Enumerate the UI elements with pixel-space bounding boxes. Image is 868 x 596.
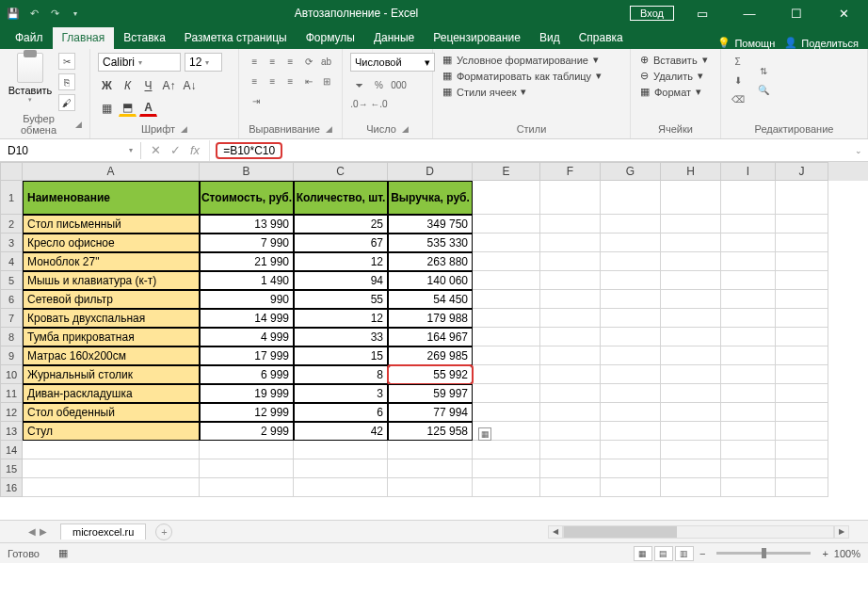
col-header-E[interactable]: E <box>473 162 540 181</box>
font-color-button[interactable]: А <box>139 99 157 117</box>
cell-revenue[interactable]: 77 994 <box>388 403 473 422</box>
qat-dropdown-icon[interactable]: ▾ <box>68 6 83 21</box>
row-header-8[interactable]: 8 <box>0 328 23 346</box>
cell-blank[interactable] <box>661 271 721 290</box>
row-header-6[interactable]: 6 <box>0 290 23 309</box>
cell-blank[interactable] <box>473 478 540 497</box>
decrease-decimal-button[interactable]: ←.0 <box>370 95 388 112</box>
enter-formula-icon[interactable]: ✓ <box>170 143 181 157</box>
save-icon[interactable]: 💾 <box>6 6 21 21</box>
cell-blank[interactable] <box>661 215 721 234</box>
cell-name[interactable]: Стол письменный <box>23 215 200 234</box>
cell-blank[interactable] <box>661 459 721 478</box>
cell-blank[interactable] <box>540 459 601 478</box>
cell-blank[interactable] <box>661 252 721 271</box>
tab-layout[interactable]: Разметка страницы <box>175 27 297 49</box>
header-revenue[interactable]: Выручка, руб. <box>388 181 473 215</box>
cell-blank[interactable] <box>776 290 828 309</box>
undo-icon[interactable]: ↶ <box>26 6 41 21</box>
alignment-launcher-icon[interactable]: ◢ <box>326 124 332 134</box>
cell-name[interactable]: Мышь и клавиатура (к-т) <box>23 271 200 290</box>
comma-button[interactable]: 000 <box>390 76 408 93</box>
cell-blank[interactable] <box>473 290 540 309</box>
cell-blank[interactable] <box>473 252 540 271</box>
cell-blank[interactable] <box>294 478 388 497</box>
horizontal-scrollbar[interactable]: ◀ ▶ <box>548 525 849 539</box>
cell-qty[interactable]: 6 <box>294 403 388 422</box>
cell-qty[interactable]: 15 <box>294 346 388 365</box>
cell-blank[interactable] <box>776 365 828 384</box>
format-cells-button[interactable]: ▦Формат▾ <box>638 85 713 99</box>
cell-cost[interactable]: 21 990 <box>200 252 294 271</box>
cell-blank[interactable] <box>601 328 661 346</box>
cell-blank[interactable] <box>721 309 776 328</box>
cell-qty[interactable]: 12 <box>294 309 388 328</box>
scroll-right-icon[interactable]: ▶ <box>834 525 849 539</box>
row-header-9[interactable]: 9 <box>0 346 23 365</box>
row-header-11[interactable]: 11 <box>0 384 23 403</box>
cell-blank[interactable] <box>473 346 540 365</box>
row-header-15[interactable]: 15 <box>0 459 23 478</box>
close-button[interactable]: ✕ <box>825 0 862 26</box>
worksheet-grid[interactable]: A B C D E F G H I J 12345678910111213141… <box>0 162 868 520</box>
row-header-4[interactable]: 4 <box>0 252 23 271</box>
cell-revenue[interactable]: 55 992 <box>388 365 473 384</box>
cell-blank[interactable] <box>661 384 721 403</box>
cell-revenue[interactable]: 140 060 <box>388 271 473 290</box>
cell-styles-button[interactable]: ▦Стили ячеек▾ <box>441 85 622 99</box>
cell-revenue[interactable]: 263 880 <box>388 252 473 271</box>
cell-blank[interactable] <box>721 328 776 346</box>
cell-blank[interactable] <box>776 271 828 290</box>
cell-cost[interactable]: 7 990 <box>200 234 294 252</box>
zoom-level[interactable]: 100% <box>834 548 860 559</box>
clipboard-launcher-icon[interactable]: ◢ <box>75 120 82 129</box>
cell-blank[interactable] <box>661 290 721 309</box>
cell-blank[interactable] <box>540 252 601 271</box>
italic-button[interactable]: К <box>119 76 137 94</box>
cell-blank[interactable] <box>23 478 200 497</box>
bold-button[interactable]: Ж <box>98 76 116 94</box>
login-button[interactable]: Вход <box>630 6 674 21</box>
cell-blank[interactable] <box>200 441 294 459</box>
cell-blank[interactable] <box>721 181 776 215</box>
cell-qty[interactable]: 33 <box>294 328 388 346</box>
percent-button[interactable]: % <box>370 76 388 93</box>
cell-blank[interactable] <box>661 346 721 365</box>
row-header-10[interactable]: 10 <box>0 365 23 384</box>
cell-blank[interactable] <box>540 215 601 234</box>
cell-name[interactable]: Сетевой фильтр <box>23 290 200 309</box>
cell-qty[interactable]: 25 <box>294 215 388 234</box>
cell-blank[interactable] <box>661 441 721 459</box>
col-header-D[interactable]: D <box>388 162 473 181</box>
cell-blank[interactable] <box>473 181 540 215</box>
select-all-corner[interactable] <box>0 162 23 181</box>
cell-blank[interactable] <box>540 384 601 403</box>
cell-blank[interactable] <box>601 181 661 215</box>
insert-cells-button[interactable]: ⊕Вставить▾ <box>638 53 713 67</box>
tab-home[interactable]: Главная <box>53 27 115 49</box>
cell-blank[interactable] <box>721 422 776 441</box>
cell-blank[interactable] <box>721 346 776 365</box>
minimize-button[interactable]: — <box>731 0 768 26</box>
cell-blank[interactable] <box>721 441 776 459</box>
normal-view-button[interactable]: ▦ <box>634 546 652 561</box>
cell-qty[interactable]: 12 <box>294 252 388 271</box>
cell-blank[interactable] <box>721 403 776 422</box>
cell-blank[interactable] <box>601 309 661 328</box>
tab-view[interactable]: Вид <box>530 27 570 49</box>
cell-blank[interactable] <box>23 441 200 459</box>
row-header-7[interactable]: 7 <box>0 309 23 328</box>
tab-insert[interactable]: Вставка <box>114 27 175 49</box>
cell-cost[interactable]: 13 990 <box>200 215 294 234</box>
cell-blank[interactable] <box>601 234 661 252</box>
cell-blank[interactable] <box>776 328 828 346</box>
autofill-options-icon[interactable]: ▦ <box>478 427 491 441</box>
sort-filter-button[interactable]: ⇅ <box>754 62 772 79</box>
cell-blank[interactable] <box>388 478 473 497</box>
cell-blank[interactable] <box>601 403 661 422</box>
cell-blank[interactable] <box>776 215 828 234</box>
cell-name[interactable]: Тумба прикроватная <box>23 328 200 346</box>
cell-blank[interactable] <box>294 441 388 459</box>
cell-blank[interactable] <box>200 459 294 478</box>
conditional-formatting-button[interactable]: ▦Условное форматирование▾ <box>441 53 622 67</box>
